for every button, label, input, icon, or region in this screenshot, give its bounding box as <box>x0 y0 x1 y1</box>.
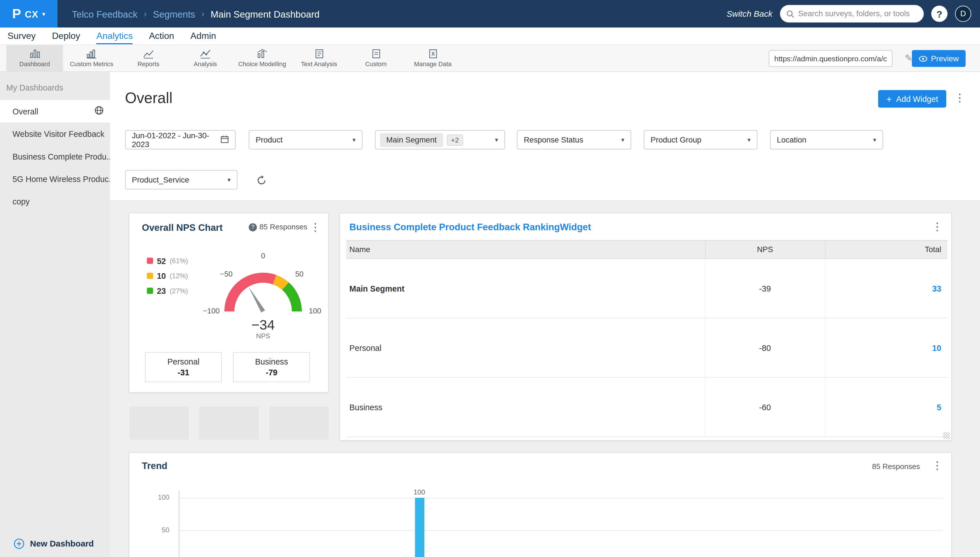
legend-promoters: 23 (27%) <box>147 283 188 298</box>
tab-action[interactable]: Action <box>149 28 174 44</box>
caret-down-icon: ▾ <box>621 136 625 143</box>
avatar[interactable]: D <box>955 6 971 22</box>
nps-unit-label: NPS <box>226 332 300 340</box>
refresh-icon[interactable] <box>256 175 267 188</box>
sidebar-title: My Dashboards <box>0 72 110 100</box>
global-search[interactable] <box>780 5 924 23</box>
screen: P CX ▾ Telco Feedback › Segments › Main … <box>0 0 980 557</box>
switch-back-link[interactable]: Switch Back <box>727 9 772 18</box>
product-group-filter[interactable]: Product Group ▾ <box>644 130 758 149</box>
dashboards-sidebar: My Dashboards Overall Website Visitor Fe… <box>0 72 110 557</box>
toolbar-item-text-analysis[interactable]: Text Analysis <box>290 45 347 72</box>
svg-text:X: X <box>431 51 435 57</box>
page-menu-icon[interactable]: ⋮ <box>954 93 965 103</box>
sidebar-item-copy[interactable]: copy <box>0 190 110 213</box>
eye-icon <box>918 55 927 62</box>
dashboard-url-field[interactable] <box>769 50 892 67</box>
toolbar-item-dashboard[interactable]: Dashboard <box>6 45 63 72</box>
sidebar-item-business-complete-product[interactable]: Business Complete Produ... <box>0 145 110 168</box>
toolbar-item-custom-metrics[interactable]: Custom Metrics <box>63 45 120 72</box>
nps-score: −34 <box>226 317 300 333</box>
custom-doc-icon <box>371 49 381 59</box>
widget-placeholder <box>200 407 259 440</box>
toolbar-item-custom[interactable]: Custom <box>347 45 404 72</box>
toolbar-item-reports[interactable]: Reports <box>120 45 177 72</box>
widget-title: Business Complete Product Feedback Ranki… <box>349 221 591 232</box>
response-status-filter[interactable]: Response Status ▾ <box>517 130 631 149</box>
edit-url-icon[interactable]: ✎ <box>905 52 912 64</box>
toolbar-item-manage-data[interactable]: X Manage Data <box>404 45 461 72</box>
topbar: P CX ▾ Telco Feedback › Segments › Main … <box>0 0 980 28</box>
caret-down-icon: ▾ <box>227 176 231 183</box>
segment-more-badge: +2 <box>446 134 463 146</box>
tab-deploy[interactable]: Deploy <box>52 28 80 44</box>
column-header-total[interactable]: Total <box>825 241 948 259</box>
legend-detractors: 52 (61%) <box>147 253 188 268</box>
product-service-filter[interactable]: Product_Service ▾ <box>125 170 238 189</box>
ranking-widget: Business Complete Product Feedback Ranki… <box>339 213 952 441</box>
widget-menu-icon[interactable]: ⋮ <box>310 222 321 233</box>
breadcrumb-survey-link[interactable]: Telco Feedback <box>72 8 137 19</box>
tab-analytics[interactable]: Analytics <box>96 28 133 44</box>
product-filter[interactable]: Product ▾ <box>249 130 363 149</box>
question-mark-icon[interactable]: ? <box>249 223 257 231</box>
sidebar-item-5g-home-wireless[interactable]: 5G Home Wireless Produc... <box>0 168 110 190</box>
resize-handle[interactable] <box>943 432 950 439</box>
widget-menu-icon[interactable]: ⋮ <box>932 460 942 471</box>
bar-value-label: 100 <box>401 488 438 496</box>
gridline-100 <box>179 498 943 498</box>
gauge-needle <box>247 286 265 313</box>
questionpro-cx-app: P CX ▾ Telco Feedback › Segments › Main … <box>0 0 980 557</box>
preview-button[interactable]: Preview <box>912 50 965 67</box>
product-switcher[interactable]: P CX ▾ <box>0 0 58 28</box>
add-widget-button[interactable]: + Add Widget <box>878 90 946 107</box>
url-input[interactable] <box>774 54 887 63</box>
widget-placeholder <box>130 407 189 440</box>
sidebar-item-website-visitor-feedback[interactable]: Website Visitor Feedback <box>0 123 110 145</box>
widget-menu-icon[interactable]: ⋮ <box>932 221 942 232</box>
legend-passives: 10 (12%) <box>147 268 188 283</box>
search-icon <box>786 10 795 18</box>
gauge-tick-neg100: −100 <box>199 306 224 315</box>
gauge-tick-0: 0 <box>250 252 276 261</box>
help-button[interactable]: ? <box>931 6 948 22</box>
segment-filter[interactable]: Main Segment +2 ▾ <box>375 130 505 149</box>
toolbar-item-choice-modelling[interactable]: Choice Modelling <box>234 45 290 72</box>
detractor-swatch <box>147 258 153 264</box>
tab-admin[interactable]: Admin <box>190 28 216 44</box>
new-dashboard-button[interactable]: New Dashboard <box>0 530 110 557</box>
ranking-table: Name NPS Total Main Segment -39 33 Perso… <box>346 240 948 437</box>
analysis-icon <box>200 49 211 59</box>
chevron-right-icon: › <box>144 9 147 19</box>
line-chart-icon <box>143 49 154 59</box>
primary-nav: Survey Deploy Analytics Action Admin <box>0 28 980 44</box>
table-row[interactable]: Business -60 5 <box>346 377 948 436</box>
search-input[interactable] <box>798 9 918 18</box>
caret-down-icon: ▾ <box>873 136 876 143</box>
table-row[interactable]: Main Segment -39 33 <box>346 259 948 318</box>
responses-count: ? 85 Responses <box>249 223 307 231</box>
trend-bar[interactable] <box>415 498 425 557</box>
passive-swatch <box>147 272 153 279</box>
column-header-nps[interactable]: NPS <box>705 241 825 259</box>
gauge-tick-100: 100 <box>302 306 328 315</box>
location-filter[interactable]: Location ▾ <box>770 130 883 149</box>
breadcrumb-segments-link[interactable]: Segments <box>153 8 195 19</box>
y-tick-100: 100 <box>144 493 169 501</box>
promoter-swatch <box>147 288 153 294</box>
caret-down-icon: ▾ <box>747 136 750 143</box>
table-row[interactable]: Personal -80 10 <box>346 318 948 377</box>
date-range-filter[interactable]: Jun-01-2022 - Jun-30-2023 <box>125 130 236 149</box>
column-header-name[interactable]: Name <box>346 241 705 259</box>
personal-score-box: Personal -31 <box>145 352 222 382</box>
caret-down-icon: ▾ <box>352 136 355 143</box>
tab-survey[interactable]: Survey <box>7 28 36 44</box>
y-axis-line <box>179 490 179 557</box>
page-title: Overall <box>125 90 172 107</box>
toolbar-item-analysis[interactable]: Analysis <box>177 45 234 72</box>
widget-title: Overall NPS Chart <box>142 222 223 233</box>
sidebar-item-overall[interactable]: Overall <box>0 100 110 122</box>
segment-chip: Main Segment <box>380 133 443 147</box>
breadcrumb-current: Main Segment Dashboard <box>211 8 320 19</box>
spreadsheet-icon: X <box>428 49 438 59</box>
